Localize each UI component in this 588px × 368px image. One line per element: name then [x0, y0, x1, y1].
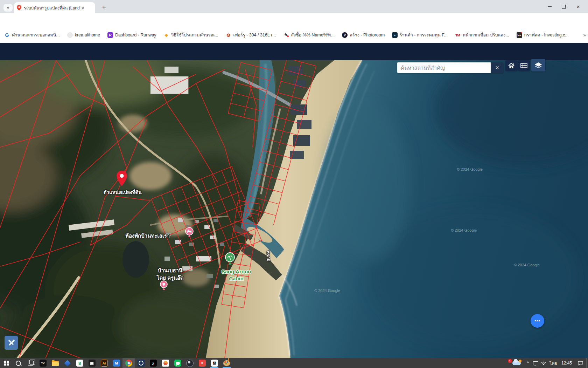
wifi-tray-icon[interactable] — [539, 358, 548, 368]
bookmark-item[interactable]: ⚙ เฟอร์รู - 304 / 316L เ... — [226, 32, 276, 39]
bookmarks-overflow-icon[interactable]: » — [583, 32, 586, 38]
browser-toolbar: ← → ↻ landsmaps.dol.go.th ★ ⋮ — [0, 13, 588, 27]
map-canvas[interactable] — [0, 60, 588, 358]
green-8-icon: 8 — [76, 360, 83, 367]
bookmark-label: วิธีใช้โปรแกรมคำนวณ... — [171, 32, 218, 39]
more-actions-fab[interactable]: ••• — [531, 314, 544, 328]
map-grid-button[interactable] — [518, 60, 530, 71]
blue-m-icon: M — [113, 360, 120, 367]
taskbar-app-line[interactable] — [172, 358, 184, 368]
bookmark-item[interactable]: TM หน้ากากเชื่อม ปรับแสง... — [455, 32, 509, 39]
line-icon — [174, 360, 181, 367]
taskbar-app-paint[interactable] — [220, 358, 233, 368]
tradingview-icon: TV — [40, 360, 47, 367]
map-layers-button[interactable] — [531, 59, 545, 71]
store-icon: ▲ — [392, 32, 398, 38]
bookmarks-bar: G คำนวณหากระบอกลมนิ... krea.ai/home R Da… — [0, 27, 588, 43]
crossed-pencils-icon — [7, 339, 15, 347]
map-pin-favicon — [17, 5, 21, 11]
taskbar-app-green-8[interactable]: 8 — [74, 358, 86, 368]
action-center-button[interactable] — [574, 358, 586, 368]
bookmark-item[interactable]: Inv กราฟสด - Investing.c... — [517, 32, 569, 39]
file-explorer-icon — [52, 360, 59, 366]
photos-icon — [162, 360, 169, 367]
bookmark-item[interactable]: ◆ วิธีใช้โปรแกรมคำนวณ... — [163, 32, 218, 39]
bookmark-label: สั่งซื้อ %% Name%%... — [291, 32, 335, 39]
start-button[interactable] — [0, 358, 12, 368]
poi-search-input[interactable] — [397, 62, 491, 73]
input-language-indicator[interactable]: ไทย — [548, 358, 559, 368]
taskbar-app-obs[interactable] — [184, 358, 196, 368]
clock[interactable]: 12:45 — [559, 358, 574, 368]
taskbar-search-button[interactable] — [12, 358, 24, 368]
window-restore-button[interactable] — [556, 0, 571, 13]
taskbar-app-capcut[interactable]: ⊠ — [208, 358, 220, 368]
obs-icon — [186, 360, 194, 367]
photoroom-icon: P — [342, 32, 348, 38]
window-minimize-button[interactable] — [542, 0, 557, 13]
poi-label-lodge: ห้องพักบ้านทะเลเรา — [125, 232, 170, 240]
close-icon: × — [495, 64, 499, 71]
taskbar-app-illustrator[interactable]: Ai — [98, 358, 110, 368]
red-arrows-icon: » — [199, 360, 206, 367]
taskbar-app-tiktok[interactable]: ♪ — [147, 358, 159, 368]
runway-icon: R — [107, 32, 113, 38]
parcel-location-pin[interactable] — [117, 171, 127, 186]
new-tab-button[interactable]: + — [99, 3, 108, 12]
bookmark-item[interactable]: G คำนวณหากระบอกลมนิ... — [4, 32, 60, 39]
google-icon: G — [4, 32, 10, 38]
tm-icon: TM — [455, 32, 461, 38]
tray-overflow-chevron[interactable]: ^ — [524, 358, 532, 368]
pen-icon: ✎ — [283, 32, 289, 38]
heart-pin-icon[interactable] — [160, 280, 168, 291]
taskbar-app-blue-diamond[interactable] — [61, 358, 74, 368]
poi-search-clear-button[interactable]: × — [491, 62, 503, 73]
map-home-button[interactable] — [505, 60, 517, 71]
google-watermark: © 2024 Google — [451, 228, 477, 232]
taskbar-app-chrome[interactable] — [122, 358, 135, 368]
tab-search-button[interactable]: ∨ — [4, 4, 13, 12]
taskbar-app-photos[interactable] — [159, 358, 172, 368]
display-tray-icon[interactable] — [532, 358, 539, 368]
chrome-icon — [125, 360, 132, 367]
illustrator-icon: Ai — [101, 360, 108, 367]
window-close-button[interactable]: × — [570, 0, 586, 13]
tab-title: ระบบค้นหารูปแปลงที่ดิน (LandsMap — [24, 5, 80, 11]
taskbar-app-camera[interactable] — [135, 358, 147, 368]
taskbar-app-blue-m[interactable]: M — [110, 358, 122, 368]
lodging-pin-icon[interactable] — [185, 227, 194, 239]
weather-tray-button[interactable]: 1 — [509, 358, 524, 368]
satellite-imagery — [0, 60, 588, 358]
taskbar-app-tradingview[interactable]: TV — [37, 358, 49, 368]
cabin-pin-icon[interactable] — [225, 252, 235, 267]
bookmark-label: คำนวณหากระบอกลมนิ... — [12, 32, 60, 39]
weather-cloud-icon — [512, 361, 521, 365]
poi-label-cabin-2: Cabin — [220, 275, 252, 281]
tab-close-icon[interactable]: × — [81, 5, 84, 11]
bookmark-item[interactable]: R Dashboard - Runway — [107, 32, 156, 38]
paint-icon — [223, 360, 230, 366]
bookmark-item[interactable]: krea.ai/home — [67, 32, 100, 38]
notification-badge: 1 — [508, 359, 512, 363]
home-icon — [508, 63, 514, 69]
landsmaps-header: LandsMaps ประจวบคีรีขันธ์ 03-ทับสะแก ค้น… — [0, 43, 588, 60]
bookmark-item[interactable]: ▲ ร้านค้า - การระดมทุน F... — [392, 32, 448, 39]
taskbar-app-dark-box[interactable]: ▣ — [86, 358, 98, 368]
poi-label-bethany-2: โดย ครูแอ๊ด — [153, 274, 188, 282]
task-view-button[interactable] — [24, 358, 37, 368]
measure-tool-button[interactable] — [5, 336, 18, 350]
bookmark-label: krea.ai/home — [75, 33, 100, 38]
tiktok-icon: ♪ — [150, 360, 157, 367]
capcut-icon: ⊠ — [211, 360, 218, 367]
google-watermark: © 2024 Google — [457, 167, 483, 171]
system-tray: 1 ^ ไทย 12:45 — [509, 358, 588, 368]
browser-tab[interactable]: ระบบค้นหารูปแปลงที่ดิน (LandsMap × — [14, 2, 95, 13]
search-icon — [16, 361, 21, 366]
bookmark-label: กราฟสด - Investing.c... — [524, 32, 569, 39]
taskbar-app-red-arrows[interactable]: » — [196, 358, 208, 368]
show-desktop-sliver[interactable] — [586, 358, 588, 368]
taskbar-app-explorer[interactable] — [49, 358, 61, 368]
bookmark-item[interactable]: ✎ สั่งซื้อ %% Name%%... — [283, 32, 335, 39]
poi-label-cabin-1: Sang Aroon — [220, 268, 252, 274]
bookmark-item[interactable]: P สร้าง - Photoroom — [342, 32, 385, 39]
